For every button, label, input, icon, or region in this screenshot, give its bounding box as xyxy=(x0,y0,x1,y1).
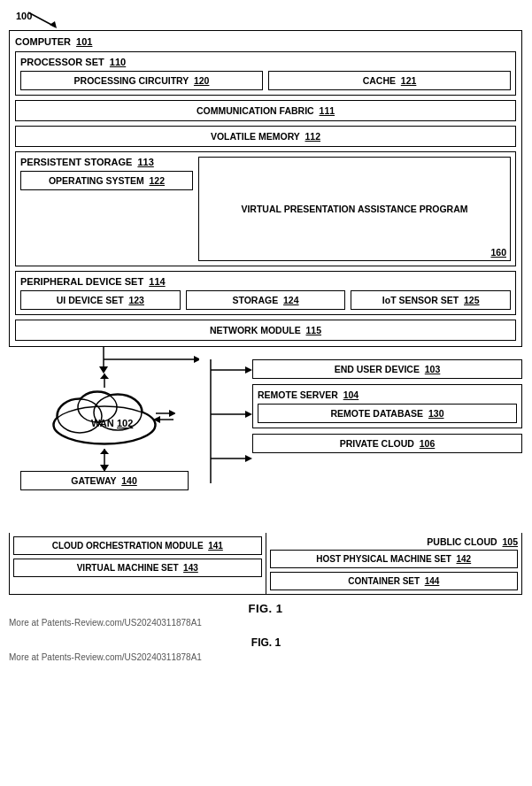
svg-text:102: 102 xyxy=(117,418,133,428)
svg-marker-35 xyxy=(245,455,252,462)
svg-marker-33 xyxy=(245,411,252,418)
footer-text: More at Patents-Review.com/US20240311878… xyxy=(9,652,523,662)
svg-marker-23 xyxy=(169,410,175,417)
diagram: 100 COMPUTER 101 PROCESSOR SET 110 PROCE… xyxy=(9,9,522,628)
svg-marker-31 xyxy=(245,366,252,374)
svg-marker-1 xyxy=(50,21,57,28)
figure-label: FIG. 1 xyxy=(9,636,523,649)
svg-marker-27 xyxy=(100,465,109,471)
svg-marker-28 xyxy=(100,449,109,454)
svg-text:WAN: WAN xyxy=(91,418,114,428)
svg-marker-19 xyxy=(100,374,109,379)
svg-marker-3 xyxy=(99,366,108,374)
